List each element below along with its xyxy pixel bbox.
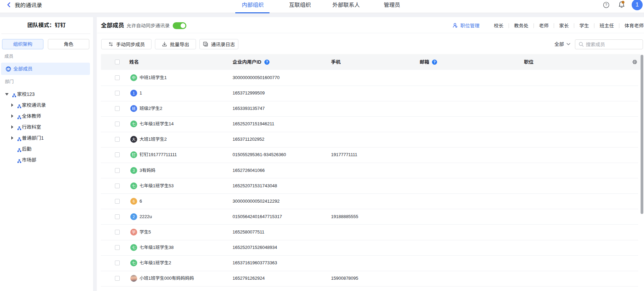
svg-text:?: ? [605, 3, 607, 7]
